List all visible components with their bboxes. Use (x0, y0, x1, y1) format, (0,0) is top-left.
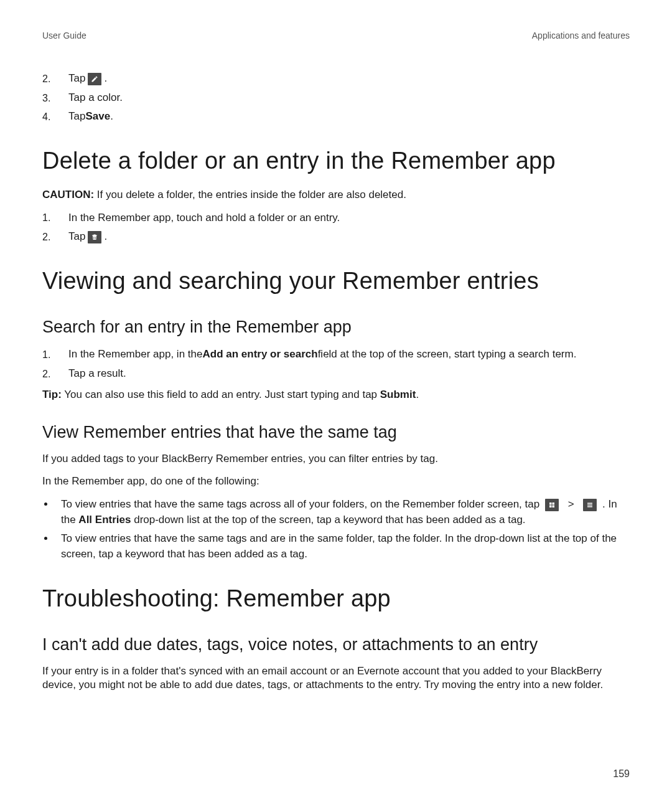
step-number: 2. (42, 367, 68, 381)
step-text: Tap a color. (68, 90, 123, 106)
page-header: User Guide Applications and features (42, 30, 630, 41)
top-steps-list: 2. Tap . 3. Tap a color. 4. Tap Save. (42, 71, 630, 125)
page-number: 159 (613, 768, 630, 781)
list-icon (583, 499, 597, 511)
troubleshooting-text: If your entry is in a folder that's sync… (42, 664, 630, 692)
subheading-search: Search for an entry in the Remember app (42, 316, 630, 338)
header-left: User Guide (42, 30, 86, 41)
step-text: Tap (68, 71, 85, 87)
step-item: 3. Tap a color. (42, 90, 630, 106)
step-text: In the Remember app, touch and hold a fo… (68, 210, 340, 226)
add-entry-search-label: Add an entry or search (202, 347, 317, 362)
tip-text: You can also use this field to add an en… (62, 389, 380, 400)
caution-label: CAUTION: (42, 189, 94, 201)
heading-troubleshooting: Troubleshooting: Remember app (42, 583, 630, 614)
step-number: 1. (42, 347, 68, 362)
heading-viewing: Viewing and searching your Remember entr… (42, 266, 630, 296)
tags-bullet-list: To view entries that have the same tags … (42, 497, 630, 562)
step-number: 4. (42, 110, 68, 124)
subheading-cant-add: I can't add due dates, tags, voice notes… (42, 634, 630, 656)
grid-icon (545, 499, 559, 511)
step-item: 2. Tap . (42, 71, 630, 87)
caution-text: If you delete a folder, the entries insi… (94, 189, 406, 201)
step-number: 3. (42, 91, 68, 105)
edit-icon (88, 73, 101, 85)
step-text: Tap (68, 109, 85, 125)
tags-intro: If you added tags to your BlackBerry Rem… (42, 452, 630, 466)
step-text: . (104, 71, 107, 87)
subheading-tags: View Remember entries that have the same… (42, 422, 630, 443)
tags-lead: In the Remember app, do one of the follo… (42, 474, 630, 488)
tip-label: Tip: (42, 389, 62, 400)
step-text: Tap (68, 229, 85, 245)
heading-delete: Delete a folder or an entry in the Remem… (42, 146, 630, 176)
step-text: field at the top of the screen, start ty… (318, 347, 577, 362)
all-entries-label: All Entries (78, 514, 131, 526)
bullet-item: To view entries that have the same tags … (55, 531, 630, 562)
bullet-text: To view entries that have the same tags … (61, 498, 543, 510)
save-label: Save (85, 109, 110, 125)
step-number: 2. (42, 72, 68, 86)
tip-end: . (416, 389, 419, 400)
step-number: 1. (42, 210, 68, 225)
header-right: Applications and features (532, 30, 630, 41)
search-steps-list: 1. In the Remember app, in the Add an en… (42, 347, 630, 381)
step-text: In the Remember app, in the (68, 347, 202, 362)
step-text: Tap a result. (68, 366, 126, 382)
step-item: 1. In the Remember app, in the Add an en… (42, 347, 630, 362)
submit-label: Submit (380, 389, 416, 400)
step-text: . (110, 109, 113, 125)
step-item: 2. Tap . (42, 229, 630, 245)
bullet-text: drop-down list at the top of the screen,… (131, 514, 525, 526)
separator: > (568, 498, 577, 510)
step-item: 4. Tap Save. (42, 109, 630, 125)
bullet-text: To view entries that have the same tags … (61, 532, 617, 560)
step-text: . (104, 229, 107, 245)
step-item: 2. Tap a result. (42, 366, 630, 382)
delete-steps-list: 1. In the Remember app, touch and hold a… (42, 210, 630, 245)
caution-paragraph: CAUTION: If you delete a folder, the ent… (42, 188, 630, 202)
step-number: 2. (42, 230, 68, 244)
step-item: 1. In the Remember app, touch and hold a… (42, 210, 630, 226)
tip-paragraph: Tip: You can also use this field to add … (42, 388, 630, 402)
delete-icon (88, 231, 101, 243)
bullet-item: To view entries that have the same tags … (55, 497, 630, 527)
